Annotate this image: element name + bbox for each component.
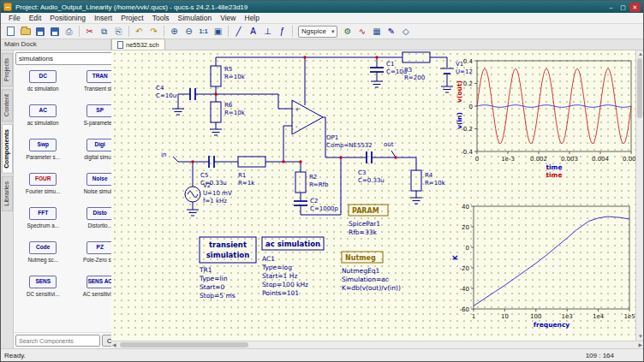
svg-text:C4: C4 (156, 85, 164, 92)
wire-label-in[interactable]: in (161, 151, 166, 158)
close-button[interactable]: ✕ (629, 3, 641, 12)
nutmeg-block[interactable]: Nutmeg NutmegEq1 Simulation=ac K=db(v(ou… (342, 252, 401, 292)
schematic-file-icon (117, 41, 123, 49)
app-window: Project: Audio_Output_Linearity (/home/v… (0, 0, 644, 362)
svg-text:NutmegEq1: NutmegEq1 (342, 267, 379, 275)
component-icon-10: Code (29, 241, 57, 254)
simulator-select[interactable]: Ngspice ▾ (298, 26, 337, 38)
tab-libraries[interactable]: Libraries (2, 176, 13, 211)
menu-view[interactable]: View (216, 14, 240, 22)
horizontal-scrollbar[interactable]: ◀ ▶ (111, 341, 643, 348)
frequency-response-diagram[interactable]: 1101001e31e41e540200-20-40-60frequencyK (450, 201, 635, 338)
opamp-op1[interactable]: + - OP1 Comp=NE5532 (292, 100, 373, 149)
paste-icon[interactable]: ⎘ (112, 25, 125, 38)
scroll-up-icon[interactable]: ▲ (638, 50, 643, 58)
scroll-left-icon[interactable]: ◀ (112, 341, 116, 349)
schematic-canvas[interactable]: R5 R=10k R6 R=10k C4 (111, 50, 635, 341)
tab-ne5532-sch[interactable]: ne5532.sch (111, 39, 165, 50)
zoom-100-icon[interactable]: 1:1 (197, 25, 210, 38)
svg-text:transient: transient (209, 240, 247, 249)
zoom-in-icon[interactable]: ⊕ (168, 25, 181, 38)
tab-projects[interactable]: Projects (2, 53, 13, 86)
svg-text:0.003: 0.003 (561, 156, 578, 163)
scroll-down-icon[interactable]: ▼ (638, 333, 643, 341)
svg-text:0: 0 (469, 104, 473, 110)
svg-text:40: 40 (462, 204, 469, 211)
svg-text:+: + (295, 106, 300, 113)
resistor-r1[interactable]: R1 R=1k (238, 157, 265, 187)
zoom-out-icon[interactable]: ⊖ (182, 25, 195, 38)
svg-text:V2: V2 (203, 182, 211, 189)
component-nutmeg-script[interactable]: Code Nutmeg sc... (15, 239, 71, 273)
menu-file[interactable]: File (4, 14, 25, 22)
minimize-button[interactable]: – (605, 3, 617, 12)
vertical-scrollbar[interactable]: ▲ ▼ (635, 50, 643, 341)
tab-content[interactable]: Content (2, 89, 13, 122)
resistor-r4[interactable]: R4 R=10k (411, 170, 446, 191)
save-icon[interactable] (33, 25, 46, 38)
svg-text:R=10k: R=10k (224, 74, 246, 80)
print-icon[interactable]: ⎙ (63, 25, 75, 38)
component-icon-2: AC (29, 104, 57, 117)
vertical-scroll-thumb[interactable] (637, 58, 642, 118)
tab-components[interactable]: Components (2, 124, 13, 174)
scroll-right-icon[interactable]: ▶ (638, 341, 642, 349)
resistor-r6[interactable]: R6 R=10k (211, 102, 246, 122)
resistor-r5[interactable]: R5 R=10k (211, 66, 246, 86)
menu-insert[interactable]: Insert (90, 14, 116, 22)
save-all-icon[interactable] (48, 25, 61, 38)
undo-icon[interactable]: ↶ (133, 25, 146, 38)
menu-project[interactable]: Project (116, 14, 147, 22)
component-spectrum-analysis[interactable]: FFT Spectrum a... (15, 205, 71, 239)
simulate-icon[interactable]: ⚙ (341, 25, 354, 38)
menu-tools[interactable]: Tools (148, 14, 174, 22)
component-parameter-sweep[interactable]: Swp Parameter s... (15, 136, 71, 170)
resistor-r2[interactable]: R2 R=Rfb (295, 172, 329, 193)
copy-icon[interactable]: ⧉ (98, 25, 110, 38)
maximize-button[interactable]: ▢ (617, 3, 629, 12)
redo-icon[interactable]: ↷ (147, 25, 160, 38)
svg-text:R=10k: R=10k (224, 110, 246, 116)
zoom-fit-icon[interactable]: ▣ (212, 25, 224, 38)
sim-block-ac[interactable]: ac simulation AC1 Type=log Start=1 Hz St… (261, 237, 324, 297)
component-dc-simulation[interactable]: DC dc simulation (15, 68, 71, 102)
menu-edit[interactable]: Edit (25, 14, 46, 22)
view-data-icon[interactable]: ∿ (355, 25, 368, 38)
svg-text:simulation: simulation (206, 251, 249, 259)
equation-tool-icon[interactable]: ƒ (276, 25, 289, 38)
menu-positioning[interactable]: Positioning (45, 14, 90, 22)
wire-label-out[interactable]: out (384, 141, 394, 148)
capacitor-c1[interactable]: C1 C=10u (370, 61, 407, 75)
label-tool-icon[interactable]: A (247, 25, 259, 38)
toolbar-separator (292, 26, 293, 37)
open-folder-icon[interactable] (19, 25, 32, 38)
component-dc-sensitivity[interactable]: SENS DC sensitivi... (15, 273, 71, 307)
ground-tool-icon[interactable]: ⊥ (261, 25, 274, 38)
svg-text:0.005: 0.005 (623, 156, 635, 163)
marker-icon[interactable]: ◇ (399, 25, 412, 38)
sim-block-transient[interactable]: transient simulation TR1 Type=lin Start=… (199, 237, 256, 300)
capacitor-c4[interactable]: C4 C=10u (156, 85, 195, 100)
text-editor-icon[interactable]: ✎ (385, 25, 397, 38)
menu-simulation[interactable]: Simulation (174, 14, 217, 22)
window-title: Project: Audio_Output_Linearity (/home/v… (15, 3, 605, 11)
diagram-icon[interactable]: ▦ (370, 25, 383, 38)
menu-help[interactable]: Help (241, 14, 264, 22)
horizontal-scroll-thumb[interactable] (120, 342, 248, 347)
wire-tool-icon[interactable]: ╱ (232, 25, 245, 38)
cut-icon[interactable]: ✂ (83, 25, 96, 38)
component-ac-simulation[interactable]: AC ac simulation (15, 102, 71, 136)
component-fourier-simulation[interactable]: FOUR Fourier simu... (15, 170, 71, 205)
resistor-r3[interactable]: R3 R=200 (402, 52, 430, 81)
toolbar-separator (164, 26, 164, 37)
svg-text:Points=101: Points=101 (262, 289, 299, 297)
svg-text:1: 1 (472, 313, 475, 320)
svg-text:K=db(v(out)/v(in)): K=db(v(out)/v(in)) (342, 284, 401, 292)
param-block[interactable]: PARAM SpicePar1 Rfb=33k (349, 205, 388, 236)
capacitor-c3[interactable]: C3 C=0.33u (358, 151, 385, 184)
new-file-icon[interactable] (4, 25, 17, 38)
search-input[interactable] (15, 335, 100, 347)
time-domain-diagram[interactable]: 01e-30.0020.0030.0040.0050.40.20-0.2-0.4… (455, 54, 635, 182)
svg-text:time: time (546, 171, 562, 179)
svg-text:1e5: 1e5 (623, 313, 635, 320)
